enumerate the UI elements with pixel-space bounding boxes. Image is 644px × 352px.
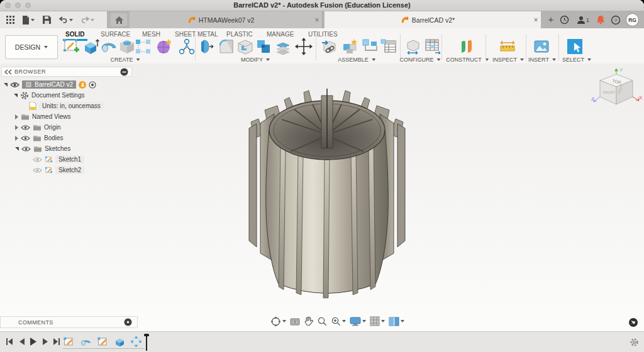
offset-face-icon[interactable]	[274, 38, 292, 55]
group-label-inspect[interactable]: INSPECT	[492, 57, 524, 63]
extensions-icon[interactable]: 1	[574, 14, 592, 26]
zoom-icon[interactable]	[316, 315, 328, 327]
grid-and-snaps-icon[interactable]	[369, 315, 386, 327]
visibility-eye-off-icon[interactable]	[33, 157, 42, 163]
collapse-icon[interactable]	[15, 125, 18, 130]
combine-icon[interactable]	[255, 38, 273, 55]
timeline-feature-extrude[interactable]	[114, 336, 126, 348]
expand-icon[interactable]	[14, 94, 18, 97]
press-pull-icon[interactable]	[199, 38, 216, 55]
group-label-assemble[interactable]: ASSEMBLE	[338, 57, 375, 63]
insert-canvas-icon[interactable]	[533, 38, 550, 55]
pattern-icon[interactable]	[135, 38, 152, 55]
display-settings-icon[interactable]	[348, 315, 367, 327]
home-dashboard-button[interactable]	[111, 13, 127, 26]
timeline-settings-gear-icon[interactable]	[630, 338, 639, 347]
redo-button[interactable]	[79, 14, 96, 26]
activate-radio-icon[interactable]	[89, 81, 96, 89]
select-tool-icon[interactable]	[566, 38, 584, 55]
tree-row-sketch1[interactable]: Sketch1	[33, 154, 84, 165]
tree-row-document-settings[interactable]: Document Settings	[14, 90, 85, 101]
joint-icon[interactable]	[361, 38, 379, 55]
measure-icon[interactable]	[499, 38, 516, 55]
timeline-marker[interactable]	[144, 334, 149, 351]
visibility-eye-off-icon[interactable]	[33, 167, 42, 173]
help-icon[interactable]: ?	[609, 14, 623, 26]
group-label-insert[interactable]: INSERT	[528, 57, 556, 63]
revolve-icon[interactable]	[100, 38, 118, 55]
generative-design-icon[interactable]	[178, 38, 196, 55]
timeline-feature-sketch2[interactable]	[97, 336, 109, 348]
collapse-icon[interactable]	[15, 136, 18, 141]
notifications-bell-icon[interactable]	[594, 14, 608, 26]
group-label-select[interactable]: SELECT	[562, 57, 591, 63]
expand-icon[interactable]	[15, 147, 19, 151]
bom-table-icon[interactable]	[380, 38, 397, 55]
new-tab-button[interactable]: +	[545, 14, 557, 26]
move-copy-icon[interactable]	[295, 38, 313, 55]
configuration-table-icon[interactable]	[424, 38, 441, 55]
create-sketch-icon[interactable]	[63, 38, 80, 55]
extrude-icon[interactable]	[82, 38, 100, 55]
fit-icon[interactable]	[330, 315, 347, 327]
tab-close-icon[interactable]: ×	[531, 16, 541, 25]
visibility-eye-icon[interactable]	[21, 124, 30, 131]
configure-icon[interactable]	[405, 38, 423, 55]
tree-row-named-views[interactable]: Named Views	[15, 111, 71, 122]
viewcube[interactable]: Y TOP FRONT RIGHT Z X	[590, 67, 643, 112]
tree-row-root[interactable]: BarrelCAD v2	[4, 79, 96, 90]
construct-plane-icon[interactable]	[458, 38, 475, 55]
visibility-eye-icon[interactable]	[21, 135, 30, 141]
timeline-go-to-start-button[interactable]	[4, 336, 14, 347]
tab-barrelcad-active[interactable]: BarrelCAD v2* ×	[325, 11, 541, 28]
tree-row-units[interactable]: Units: in, ouncemass	[29, 101, 104, 111]
undo-button[interactable]	[58, 14, 74, 26]
timeline-go-to-end-button[interactable]	[51, 336, 62, 347]
timeline-step-back-button[interactable]	[16, 336, 27, 347]
fillet-icon[interactable]	[218, 38, 235, 55]
insert-derive-icon[interactable]	[321, 38, 338, 55]
viewports-icon[interactable]	[387, 315, 406, 327]
collapse-icon[interactable]	[15, 114, 18, 119]
group-label-configure[interactable]: CONFIGURE	[400, 57, 441, 63]
group-label-create[interactable]: CREATE	[111, 57, 140, 63]
app-grid-icon[interactable]	[4, 14, 16, 26]
assistant-bubble-icon[interactable]	[628, 317, 638, 327]
create-form-icon[interactable]	[155, 38, 173, 55]
expand-icon[interactable]	[4, 83, 8, 87]
shell-icon[interactable]	[236, 38, 254, 55]
tree-row-bodies[interactable]: Bodies	[15, 133, 64, 143]
hole-icon[interactable]	[118, 38, 136, 55]
timeline-play-button[interactable]	[28, 336, 38, 347]
timeline-step-forward-button[interactable]	[40, 336, 50, 347]
timeline-feature-circular-pattern[interactable]	[130, 336, 142, 348]
pan-icon[interactable]	[303, 315, 314, 327]
tree-row-sketches[interactable]: Sketches	[15, 143, 70, 154]
comments-panel[interactable]: COMMENTS	[0, 316, 138, 328]
job-status-icon[interactable]	[557, 14, 571, 26]
tree-row-sketch2[interactable]: Sketch2	[33, 165, 84, 175]
file-menu-button[interactable]	[20, 14, 36, 26]
tab-close-icon[interactable]: ×	[312, 16, 322, 25]
design-workspace-selector[interactable]: DESIGN	[5, 35, 58, 59]
tree-row-origin[interactable]: Origin	[15, 122, 61, 133]
hide-panel-icon[interactable]	[120, 68, 128, 76]
root-node-label: BarrelCAD v2	[35, 81, 73, 88]
collapse-panel-icon[interactable]	[4, 69, 12, 75]
orbit-icon[interactable]	[269, 315, 287, 327]
browser-header[interactable]: BROWSER	[1, 67, 132, 77]
sketch-icon	[45, 166, 53, 174]
group-label-construct[interactable]: CONSTRUCT	[446, 57, 489, 63]
group-label-modify[interactable]: MODIFY	[241, 57, 270, 63]
visibility-eye-icon[interactable]	[10, 82, 19, 88]
model-viewport[interactable]: Y TOP FRONT RIGHT Z X BROWSER	[0, 63, 644, 331]
timeline-feature-sketch1[interactable]	[63, 336, 75, 348]
new-component-icon[interactable]	[341, 38, 359, 55]
timeline-feature-revolve[interactable]	[80, 336, 92, 348]
user-avatar[interactable]: RG	[626, 13, 639, 26]
tab-htmaaweek07[interactable]: HTMAAWeek07 v2 ×	[130, 11, 323, 28]
visibility-eye-icon[interactable]	[21, 146, 31, 152]
save-button[interactable]	[40, 14, 53, 26]
look-at-icon[interactable]	[289, 315, 301, 327]
expand-comments-icon[interactable]	[124, 318, 132, 326]
